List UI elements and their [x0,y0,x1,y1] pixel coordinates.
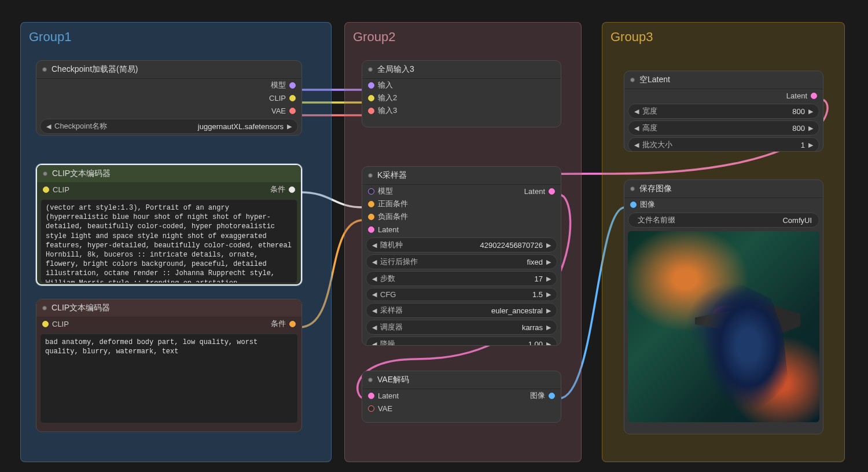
next-arrow-icon[interactable]: ▶ [545,291,552,298]
next-arrow-icon[interactable]: ▶ [807,141,814,149]
node-global-inputs[interactable]: 全局输入3 输入 输入2 输入3 [362,60,561,127]
width-widget[interactable]: ◀宽度800▶ [628,104,819,119]
collapse-dot-icon[interactable] [630,186,635,191]
output-latent-label: Latent [524,187,545,196]
prev-arrow-icon[interactable]: ◀ [371,341,378,346]
node-title: Checkpoint加载器(简易) [52,64,138,75]
next-arrow-icon[interactable]: ▶ [807,108,814,115]
node-title: K采样器 [377,170,407,181]
negative-prompt-text: bad anatomy, deformed body part, low qua… [45,338,258,356]
prev-arrow-icon[interactable]: ◀ [371,258,378,266]
node-header[interactable]: CLIP文本编码器 [37,165,301,183]
collapse-dot-icon[interactable] [42,67,47,72]
next-arrow-icon[interactable]: ▶ [545,275,552,283]
prev-arrow-icon[interactable]: ◀ [371,291,378,298]
negative-prompt-textarea[interactable]: bad anatomy, deformed body part, low qua… [40,334,298,423]
input-1-label: 输入 [378,80,393,90]
output-cond-label: 条件 [271,319,286,329]
output-cond-port[interactable] [289,186,295,193]
collapse-dot-icon[interactable] [368,378,373,382]
next-arrow-icon[interactable]: ▶ [807,125,814,132]
node-vae-decode[interactable]: VAE解码 Latent 图像 VAE [362,371,561,423]
input-clip-port[interactable] [42,321,49,327]
prev-arrow-icon[interactable]: ◀ [45,123,52,130]
input-vae-port[interactable] [368,405,374,412]
input-1-port[interactable] [368,82,374,89]
prev-arrow-icon[interactable]: ◀ [371,242,378,249]
output-latent-port[interactable] [549,188,555,195]
node-title: CLIP文本编码器 [52,303,110,313]
input-positive-port[interactable] [368,201,374,207]
node-clip-text-encode-positive[interactable]: CLIP文本编码器 CLIP 条件 (vector art style:1.3)… [36,164,302,286]
node-title: 保存图像 [639,184,672,194]
input-clip-label: CLIP [53,185,69,194]
height-widget[interactable]: ◀高度800▶ [628,120,819,136]
node-header[interactable]: K采样器 [362,167,561,185]
input-3-port[interactable] [368,108,374,114]
input-latent-port[interactable] [368,226,374,233]
widget-label: Checkpoint名称 [52,121,107,131]
denoise-widget[interactable]: ◀降噪1.00▶ [366,336,557,346]
sampler-widget[interactable]: ◀采样器euler_ancestral▶ [366,303,557,318]
group-1-title: Group1 [25,27,326,50]
prev-arrow-icon[interactable]: ◀ [371,324,378,331]
node-empty-latent[interactable]: 空Latent Latent ◀宽度800▶ ◀高度800▶ ◀批次大小1▶ [624,71,823,152]
input-latent-port[interactable] [368,393,374,399]
widget-value: juggernautXL.safetensors [198,122,286,131]
prev-arrow-icon[interactable]: ◀ [371,307,378,314]
steps-widget[interactable]: ◀步数17▶ [366,271,557,286]
prev-arrow-icon[interactable]: ◀ [633,141,640,149]
checkpoint-name-widget[interactable]: ◀ Checkpoint名称 juggernautXL.safetensors … [40,119,298,134]
node-title: 全局输入3 [377,64,414,75]
input-2-port[interactable] [368,95,374,101]
output-latent-port[interactable] [811,93,817,99]
next-arrow-icon[interactable]: ▶ [545,341,552,346]
node-header[interactable]: VAE解码 [362,371,561,389]
prev-arrow-icon[interactable]: ◀ [633,125,640,132]
node-save-image[interactable]: 保存图像 图像 文件名前缀 ComfyUI [624,180,823,434]
input-clip-port[interactable] [43,186,49,193]
scheduler-widget[interactable]: ◀调度器karras▶ [366,320,557,335]
output-model-port[interactable] [289,82,296,89]
node-header[interactable]: CLIP文本编码器 [36,299,301,317]
node-header[interactable]: Checkpoint加载器(简易) [36,61,301,79]
collapse-dot-icon[interactable] [630,78,635,82]
node-title: 空Latent [639,75,670,85]
seed-widget[interactable]: ◀随机种429022456870726▶ [366,237,557,253]
filename-prefix-widget[interactable]: 文件名前缀 ComfyUI [628,213,819,228]
output-vae-port[interactable] [289,108,296,114]
input-image-port[interactable] [630,202,637,208]
input-negative-port[interactable] [368,214,374,220]
next-arrow-icon[interactable]: ▶ [286,123,293,130]
node-header[interactable]: 空Latent [624,71,823,89]
input-model-label: 模型 [378,186,393,196]
output-cond-port[interactable] [289,321,296,327]
collapse-dot-icon[interactable] [368,173,373,178]
node-checkpoint-loader[interactable]: Checkpoint加载器(简易) 模型 CLIP VAE ◀ Checkpoi… [36,60,302,136]
collapse-dot-icon[interactable] [42,306,47,310]
batch-widget[interactable]: ◀批次大小1▶ [628,137,819,152]
next-arrow-icon[interactable]: ▶ [545,258,552,266]
prev-arrow-icon[interactable]: ◀ [371,275,378,283]
node-header[interactable]: 全局输入3 [362,61,561,79]
control-widget[interactable]: ◀运行后操作fixed▶ [366,254,557,269]
next-arrow-icon[interactable]: ▶ [545,242,552,249]
output-image-port[interactable] [549,393,555,399]
prev-arrow-icon[interactable]: ◀ [633,108,640,115]
collapse-dot-icon[interactable] [368,67,373,72]
node-title: CLIP文本编码器 [52,169,111,179]
node-clip-text-encode-negative[interactable]: CLIP文本编码器 CLIP 条件 bad anatomy, deformed … [36,299,302,432]
input-model-port[interactable] [368,188,374,195]
output-latent-label: Latent [786,92,807,100]
next-arrow-icon[interactable]: ▶ [545,307,552,314]
output-cond-label: 条件 [270,184,285,195]
output-clip-port[interactable] [289,95,296,101]
node-canvas[interactable]: Group1 Group2 Group3 Checkpoint加载器(简易) 模… [0,0,868,472]
collapse-dot-icon[interactable] [43,171,47,176]
node-ksampler[interactable]: K采样器 模型 Latent 正面条件 负面条件 Latent ◀随机种4290… [362,166,561,346]
node-header[interactable]: 保存图像 [624,180,823,198]
next-arrow-icon[interactable]: ▶ [545,324,552,331]
positive-prompt-textarea[interactable]: (vector art style:1.3), Portrait of an a… [41,199,297,283]
output-image-preview[interactable] [628,231,819,422]
cfg-widget[interactable]: ◀CFG1.5▶ [366,288,557,301]
